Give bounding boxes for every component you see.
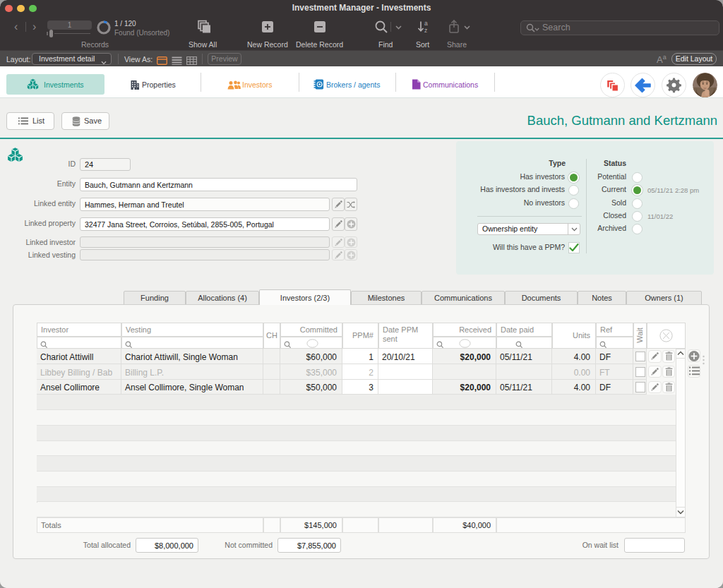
svg-text:a: a: [424, 20, 428, 27]
svg-text:z: z: [424, 27, 427, 34]
